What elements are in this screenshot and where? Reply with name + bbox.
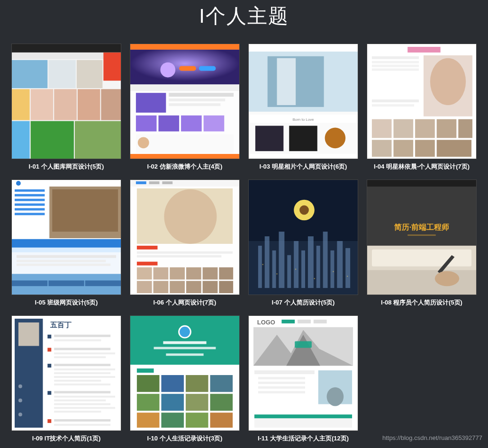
svg-point-30	[138, 137, 149, 148]
svg-rect-126	[367, 180, 476, 187]
svg-rect-91	[154, 267, 169, 279]
svg-rect-153	[54, 395, 115, 397]
svg-rect-96	[137, 281, 152, 293]
svg-rect-87	[137, 251, 233, 254]
svg-rect-77	[12, 280, 47, 286]
card-label: I-01 个人图库网页设计(5页)	[11, 159, 121, 171]
svg-rect-117	[337, 241, 343, 288]
svg-rect-92	[170, 267, 185, 279]
svg-rect-194	[254, 414, 352, 418]
svg-text:LOGO: LOGO	[257, 319, 275, 326]
svg-rect-98	[170, 281, 185, 293]
svg-rect-145	[54, 364, 110, 366]
svg-rect-89	[137, 261, 158, 265]
resume-accent-text: 简历·前端工程师	[394, 223, 449, 231]
svg-rect-72	[12, 248, 121, 252]
svg-rect-42	[407, 47, 440, 53]
card-label: I-07 个人简历设计(5页)	[248, 295, 358, 307]
svg-rect-167	[137, 368, 154, 373]
svg-rect-49	[372, 99, 419, 102]
svg-rect-55	[458, 119, 472, 138]
svg-rect-146	[54, 368, 115, 370]
svg-rect-161	[130, 316, 239, 365]
template-card-i10[interactable]: I-10 个人生活记录设计(3页)	[130, 315, 240, 443]
svg-rect-6	[12, 89, 30, 120]
svg-rect-14	[130, 44, 239, 50]
template-card-i08[interactable]: 简历·前端工程师 I-08 程序员个人简历设计(5页)	[367, 179, 477, 307]
svg-rect-46	[372, 69, 419, 71]
svg-point-192	[327, 387, 344, 406]
svg-rect-150	[54, 384, 110, 385]
svg-rect-174	[186, 394, 208, 411]
svg-rect-71	[12, 239, 121, 248]
svg-rect-83	[162, 181, 172, 184]
svg-rect-18	[179, 66, 196, 71]
card-label: I-11 大学生活记录个人主页(12页)	[248, 431, 358, 443]
template-card-i04[interactable]: I-04 明星林依晨-个人网页设计(7页)	[367, 44, 477, 171]
svg-rect-10	[101, 89, 121, 120]
template-card-i06[interactable]: I-06 个人网页设计(7页)	[130, 179, 240, 307]
svg-rect-157	[54, 411, 101, 412]
svg-rect-155	[54, 403, 110, 405]
svg-rect-100	[203, 281, 218, 293]
svg-rect-188	[258, 382, 305, 384]
svg-rect-22	[169, 93, 234, 97]
svg-point-61	[16, 181, 21, 186]
svg-rect-52	[394, 119, 414, 138]
svg-rect-31	[130, 154, 239, 159]
svg-rect-25	[136, 116, 157, 132]
svg-rect-3	[12, 60, 47, 89]
thumbnail-i01	[11, 44, 121, 159]
svg-rect-170	[186, 375, 208, 392]
svg-rect-142	[54, 352, 115, 354]
svg-rect-164	[163, 341, 206, 344]
template-card-i09[interactable]: 五百丁 I-09 IT技术	[11, 315, 121, 443]
svg-rect-8	[54, 89, 77, 120]
svg-rect-88	[137, 255, 221, 258]
svg-rect-94	[203, 267, 218, 279]
template-card-i02[interactable]: I-02 仿新浪微博个人主(4页)	[130, 44, 240, 171]
svg-rect-59	[437, 140, 471, 157]
svg-rect-9	[78, 89, 100, 120]
template-card-i03[interactable]: Born to Love I-03 明星相片个人网页设计(6页)	[248, 44, 358, 171]
svg-rect-110	[287, 255, 291, 288]
svg-rect-148	[54, 376, 115, 378]
svg-rect-99	[186, 281, 201, 293]
svg-rect-141	[54, 348, 110, 350]
svg-rect-107	[265, 236, 270, 288]
svg-rect-111	[294, 241, 298, 288]
watermark: https://blog.csdn.net/ruan365392777	[382, 434, 482, 441]
svg-rect-86	[137, 246, 158, 250]
svg-point-122	[314, 278, 315, 279]
svg-rect-32	[249, 44, 358, 52]
svg-rect-58	[415, 140, 435, 157]
svg-rect-2	[103, 53, 121, 81]
thumbnail-i11: LOGO	[248, 315, 358, 431]
svg-rect-80	[130, 180, 239, 187]
svg-point-40	[325, 128, 346, 149]
svg-rect-116	[331, 251, 334, 288]
svg-rect-81	[136, 181, 146, 184]
template-card-i01[interactable]: I-01 个人图库网页设计(5页)	[11, 44, 121, 171]
template-card-i11[interactable]: LOGO I-11 大学生活记录个人主页(12页)	[248, 315, 358, 443]
svg-rect-144	[47, 364, 51, 367]
svg-rect-130	[407, 234, 435, 236]
svg-point-124	[347, 276, 348, 277]
card-label: I-06 个人网页设计(7页)	[130, 295, 240, 307]
template-card-i07[interactable]: I-07 个人简历设计(5页)	[248, 179, 358, 307]
svg-rect-186	[254, 370, 315, 374]
svg-rect-95	[219, 267, 233, 279]
svg-point-163	[180, 327, 190, 337]
svg-rect-176	[137, 412, 160, 428]
svg-rect-4	[48, 60, 76, 89]
svg-rect-74	[17, 260, 106, 262]
svg-rect-140	[47, 348, 51, 351]
svg-rect-138	[54, 334, 110, 337]
template-card-i05[interactable]: I-05 班级网页设计(5页)	[11, 179, 121, 307]
svg-rect-60	[12, 180, 121, 187]
svg-rect-108	[272, 251, 276, 288]
svg-point-17	[160, 63, 175, 78]
page-title: I个人主题	[0, 0, 488, 44]
svg-rect-178	[186, 412, 208, 428]
svg-rect-39	[289, 126, 317, 152]
